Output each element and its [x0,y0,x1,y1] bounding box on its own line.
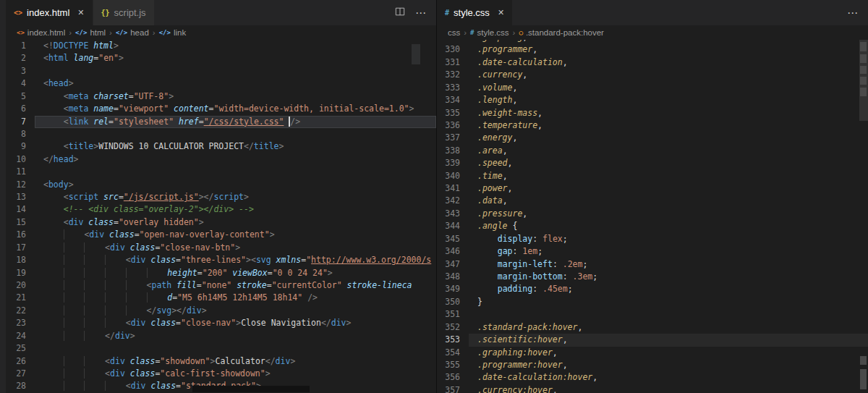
line-number[interactable]: 340 [437,170,469,182]
line-number[interactable]: 354 [437,347,469,359]
code-text [35,65,436,77]
line-number[interactable]: 350 [437,296,469,308]
line-number[interactable]: 333 [437,82,469,94]
line-number[interactable]: 343 [437,208,469,220]
line-number[interactable]: 334 [437,94,469,106]
line-number[interactable]: 12 [6,179,35,191]
line-number[interactable]: 337 [437,132,469,144]
breadcrumb-item-.standard-pack:hover[interactable]: ○.standard-pack:hover [519,28,603,37]
line-number[interactable]: 348 [437,271,469,283]
token-o: : [532,234,542,244]
line-number[interactable]: 21 [6,292,35,304]
line-number[interactable]: 336 [437,119,469,132]
line-number[interactable]: 11 [6,166,35,178]
token-t: svg [256,255,271,265]
line-number[interactable]: 9 [6,140,35,153]
line-number[interactable]: 332 [437,69,469,81]
line-number[interactable]: 347 [437,258,469,271]
more-actions-icon[interactable]: ⋯ [847,7,859,20]
breadcrumb-item-head[interactable]: </>head [116,28,149,37]
code-line-337: 337.energy, [437,132,868,144]
line-number[interactable]: 16 [6,229,35,241]
line-number[interactable]: 25 [6,342,35,355]
tab-index.html[interactable]: <>index.html✕ [6,0,93,25]
code-line-351: 351 [437,308,868,321]
breadcrumb-item-style.css[interactable]: #style.css [470,28,509,37]
line-number[interactable]: 15 [6,216,35,229]
token-t: div [276,356,291,366]
line-number[interactable]: 7 [6,116,35,128]
tab-script.js[interactable]: {}script.js [93,0,155,25]
line-number[interactable]: 351 [437,308,469,321]
line-number[interactable]: 22 [6,305,35,317]
line-number[interactable]: 23 [6,317,35,329]
line-number[interactable]: 28 [6,380,35,392]
line-number[interactable]: 20 [6,279,35,292]
line-number[interactable]: 14 [6,203,35,216]
line-number[interactable]: 345 [437,233,469,245]
line-number[interactable]: 18 [6,254,35,266]
token-p: > [290,356,295,366]
css-symbol-icon: # [470,29,474,36]
line-number[interactable]: 17 [6,242,35,254]
code-editor-right[interactable]: 329.graphing,330.programmer,331.date-cal… [437,40,868,393]
line-number[interactable]: 353 [437,334,469,346]
line-number[interactable]: 331 [437,56,469,69]
line-number[interactable]: 344 [437,220,469,232]
line-number[interactable]: 352 [437,321,469,334]
horizontal-scrollbar-thumb[interactable] [192,386,310,392]
line-number[interactable]: 8 [6,128,35,140]
breadcrumb-item-css[interactable]: css [448,28,460,37]
line-number[interactable]: 27 [6,368,35,380]
line-number[interactable]: 346 [437,245,469,258]
vertical-scrollbar-thumb[interactable] [412,44,420,64]
token-p: > [210,356,216,366]
line-number[interactable]: 13 [6,191,35,203]
code-text: .date-calculation:hover, [469,371,868,384]
symbol-symbol-icon: </> [116,29,127,36]
code-line-19: 19 height="200" viewBox="0 0 24 24"> [6,267,436,279]
line-number[interactable]: 26 [6,355,35,368]
token-s: "overlay hidden" [119,217,199,227]
tab-style.css[interactable]: #style.css✕ [437,0,513,25]
close-icon[interactable]: ✕ [498,8,504,17]
line-number[interactable]: 10 [6,153,35,166]
breadcrumb-item-index.html[interactable]: <>index.html [17,28,65,37]
line-number[interactable]: 349 [437,283,469,295]
line-number[interactable]: 357 [437,384,469,393]
line-number[interactable]: 4 [6,77,35,90]
line-number[interactable]: 330 [437,43,469,56]
line-number[interactable]: 19 [6,267,35,279]
breadcrumb-item-link[interactable]: </>link [159,28,187,37]
line-number[interactable]: 6 [6,103,35,115]
line-number[interactable]: 338 [437,145,469,157]
token-o: = [119,192,124,202]
line-number[interactable]: 342 [437,195,469,207]
js-file-icon: {} [101,9,110,17]
line-number[interactable]: 341 [437,182,469,195]
line-number[interactable]: 339 [437,157,469,169]
more-actions-icon[interactable]: ⋯ [415,7,427,20]
close-icon[interactable]: ✕ [77,8,84,17]
line-number[interactable]: 5 [6,90,35,103]
line-number[interactable]: 335 [437,107,469,119]
code-text [469,308,868,321]
line-number[interactable]: 355 [437,359,469,371]
indent-guide [477,284,498,294]
breadcrumb-item-html[interactable]: </>html [75,28,106,37]
line-number[interactable]: 24 [6,330,35,342]
code-text: margin-left: .2em; [469,258,868,271]
code-editor-left[interactable]: 1<!DOCTYPE html>2<html lang="en">34<head… [6,40,436,393]
token-p: > [199,217,204,227]
line-number[interactable]: 1 [6,40,35,52]
code-text: .programmer:hover, [469,359,868,371]
token-p: < [64,192,69,202]
line-number[interactable]: 356 [437,371,469,384]
line-number[interactable]: 3 [6,65,35,77]
split-editor-icon[interactable] [395,7,405,20]
token-a: href [174,117,199,127]
token-s: "UTF-8" [134,91,169,101]
line-number[interactable]: 2 [6,52,35,64]
indent-guide [105,280,126,290]
token-o: = [135,229,140,240]
